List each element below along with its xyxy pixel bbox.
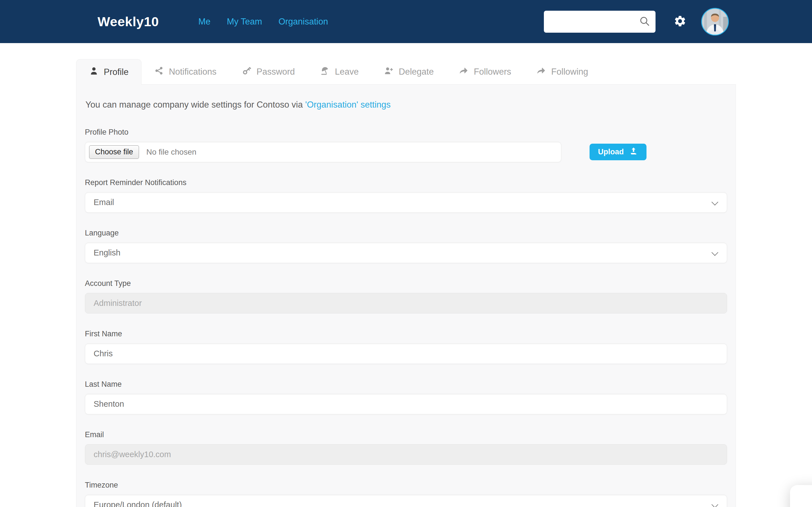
chat-widget-bubble[interactable] xyxy=(790,485,812,507)
tab-label: Notifications xyxy=(169,67,216,77)
forward-arrow-icon xyxy=(459,66,474,78)
field-timezone: Timezone Europe/London (default) xyxy=(85,481,727,507)
upload-button-label: Upload xyxy=(598,148,624,156)
report-reminder-value: Email xyxy=(94,198,114,207)
upload-icon xyxy=(629,147,638,158)
chevron-down-icon xyxy=(711,199,718,205)
tab-profile[interactable]: Profile xyxy=(76,59,142,85)
settings-tabs: Profile Notifications Password xyxy=(76,59,812,84)
tab-label: Delegate xyxy=(399,67,434,77)
last-name-input[interactable] xyxy=(85,394,727,414)
choose-file-button[interactable]: Choose file xyxy=(89,145,139,159)
field-email: Email xyxy=(85,431,727,465)
user-avatar[interactable] xyxy=(701,8,729,36)
account-type-label: Account Type xyxy=(85,279,727,288)
field-language: Language English xyxy=(85,229,727,263)
avatar-photo xyxy=(702,9,728,35)
field-account-type: Account Type xyxy=(85,279,727,314)
search-icon[interactable] xyxy=(639,15,651,28)
field-report-reminder: Report Reminder Notifications Email xyxy=(85,178,727,213)
tab-followers[interactable]: Followers xyxy=(446,59,524,84)
email-label: Email xyxy=(85,431,727,439)
account-type-input xyxy=(85,293,727,314)
intro-text: You can manage company wide settings for… xyxy=(86,100,303,110)
gear-icon xyxy=(673,15,687,29)
user-icon xyxy=(89,66,104,78)
tab-delegate[interactable]: Delegate xyxy=(371,59,446,84)
field-last-name: Last Name xyxy=(85,380,727,414)
tab-label: Following xyxy=(551,67,588,77)
forward-arrow-icon xyxy=(537,66,551,78)
profile-photo-row: Choose file No file chosen Upload xyxy=(85,142,727,162)
key-icon xyxy=(242,66,257,78)
tab-leave[interactable]: Leave xyxy=(308,59,371,84)
timezone-label: Timezone xyxy=(85,481,727,490)
tab-label: Leave xyxy=(335,67,359,77)
chevron-down-icon xyxy=(711,501,718,507)
field-profile-photo: Profile Photo Choose file No file chosen… xyxy=(85,128,727,162)
nav-item-me[interactable]: Me xyxy=(198,17,210,27)
main-nav: Me My Team Organisation xyxy=(198,17,328,27)
org-settings-note: You can manage company wide settings for… xyxy=(86,100,727,110)
language-value: English xyxy=(94,248,120,258)
last-name-label: Last Name xyxy=(85,380,727,389)
report-reminder-label: Report Reminder Notifications xyxy=(85,178,727,187)
field-first-name: First Name xyxy=(85,330,727,364)
nav-item-my-team[interactable]: My Team xyxy=(227,17,262,27)
first-name-label: First Name xyxy=(85,330,727,338)
top-header: Weekly10 Me My Team Organisation xyxy=(0,0,812,43)
settings-gear-button[interactable] xyxy=(673,15,687,29)
tab-following[interactable]: Following xyxy=(524,59,601,84)
beach-umbrella-icon xyxy=(320,66,335,78)
user-plus-icon xyxy=(384,66,399,78)
timezone-select[interactable]: Europe/London (default) xyxy=(85,495,727,507)
first-name-input[interactable] xyxy=(85,343,727,364)
upload-button[interactable]: Upload xyxy=(590,144,647,160)
file-status-text: No file chosen xyxy=(146,148,196,157)
share-icon xyxy=(154,66,169,78)
organisation-settings-link[interactable]: 'Organisation' settings xyxy=(305,100,391,110)
tab-password[interactable]: Password xyxy=(229,59,308,84)
search-input[interactable] xyxy=(551,17,639,26)
tab-label: Password xyxy=(257,67,295,77)
profile-settings-panel: You can manage company wide settings for… xyxy=(76,84,736,507)
tab-label: Followers xyxy=(474,67,511,77)
tab-notifications[interactable]: Notifications xyxy=(142,59,229,84)
chevron-down-icon xyxy=(711,249,718,256)
tab-label: Profile xyxy=(104,67,129,77)
report-reminder-select[interactable]: Email xyxy=(85,192,727,213)
timezone-value: Europe/London (default) xyxy=(94,500,182,507)
profile-photo-label: Profile Photo xyxy=(85,128,727,136)
file-input[interactable]: Choose file No file chosen xyxy=(85,142,561,162)
language-label: Language xyxy=(85,229,727,237)
language-select[interactable]: English xyxy=(85,242,727,263)
nav-item-organisation[interactable]: Organisation xyxy=(278,17,328,27)
weekly10-logo[interactable]: Weekly10 xyxy=(98,14,159,29)
search-box xyxy=(544,11,656,33)
email-input xyxy=(85,444,727,465)
